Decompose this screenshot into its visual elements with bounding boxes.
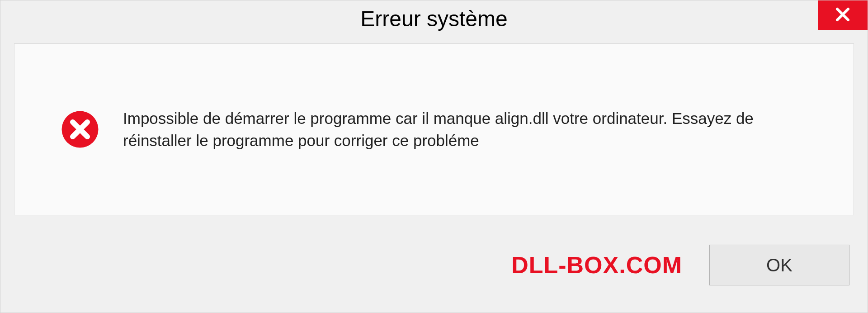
error-message: Impossible de démarrer le programme car …: [123, 107, 808, 152]
ok-button[interactable]: OK: [709, 245, 849, 285]
close-button[interactable]: [818, 0, 868, 30]
error-dialog: Erreur système Impossible de démarrer le…: [0, 0, 868, 313]
titlebar: Erreur système: [0, 0, 868, 37]
footer: DLL-BOX.COM OK: [0, 231, 868, 313]
watermark-text: DLL-BOX.COM: [511, 251, 682, 279]
close-icon: [835, 6, 851, 24]
dialog-title: Erreur système: [360, 6, 507, 31]
content-area: Impossible de démarrer le programme car …: [14, 43, 854, 215]
error-icon: [60, 109, 100, 150]
